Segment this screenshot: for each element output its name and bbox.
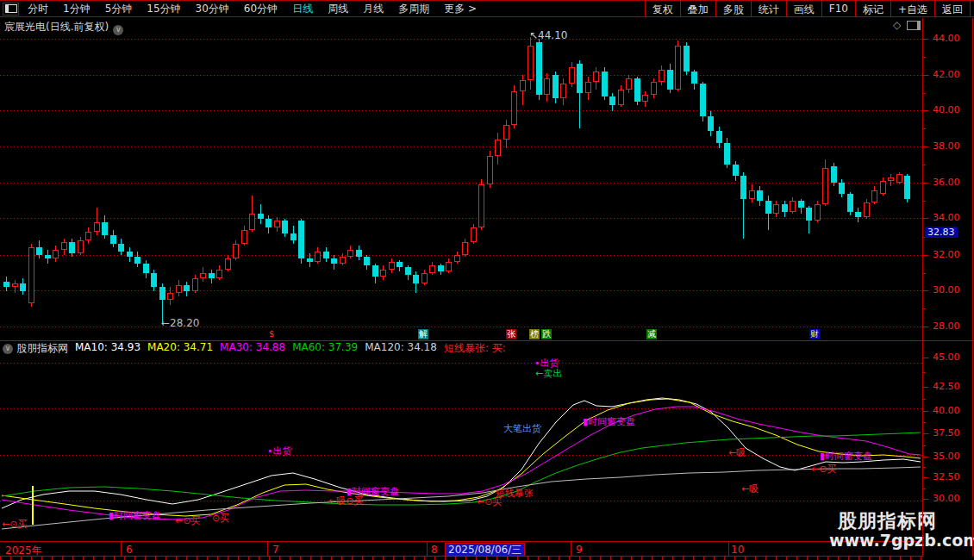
period-item-3[interactable]: 15分钟: [147, 2, 180, 16]
indicator-axis-tick: [923, 499, 928, 500]
chevron-down-icon[interactable]: ∨: [113, 25, 123, 35]
candle: [773, 204, 779, 213]
watermark-url: www.7gpzb.com: [829, 531, 974, 550]
price-axis-minor-tick: [923, 165, 926, 165]
event-badge: 张: [506, 329, 516, 339]
month-label: 6: [126, 544, 133, 556]
candle: [225, 258, 231, 270]
candle: [446, 262, 452, 271]
indicator-axis-label: 32.50: [933, 472, 960, 482]
candle: [102, 222, 108, 235]
indicator-axis-tick: [923, 457, 928, 457]
candle: [511, 91, 517, 126]
indicator-axis-label: 45.00: [933, 352, 960, 362]
candle: [487, 156, 493, 184]
candle: [290, 233, 297, 240]
indicator-axis-minor-tick: [923, 372, 926, 373]
fast-white-line: [2, 398, 921, 508]
candle: [503, 125, 509, 140]
price-axis-tick: [923, 327, 928, 327]
stock-title-text: 宸展光电(日线.前复权): [4, 21, 109, 33]
indicator-annotation: ▮时间窗变盘: [109, 511, 161, 521]
indicator-annotation: ⊙买: [212, 513, 229, 524]
candle: [602, 72, 608, 96]
candle: [659, 70, 665, 83]
candle: [323, 252, 329, 258]
main-gridline: [0, 183, 922, 184]
candle: [839, 183, 845, 194]
indicator-axis-label: 30.00: [933, 494, 960, 503]
period-item-2[interactable]: 5分钟: [105, 2, 133, 16]
candle: [454, 255, 460, 262]
candle: [478, 184, 484, 227]
action-item-4[interactable]: 画线: [786, 1, 821, 16]
candle: [429, 265, 435, 272]
period-item-7[interactable]: 周线: [328, 2, 348, 16]
indicator-axis-label: 35.00: [933, 451, 960, 461]
layout-split-icon[interactable]: [3, 3, 19, 16]
candle: [192, 278, 198, 291]
candle: [438, 265, 444, 271]
month-separator: [571, 542, 571, 556]
indicator-axis-tick: [923, 358, 928, 358]
event-badge: $: [268, 329, 275, 339]
indicator-axis-minor-tick: [923, 445, 926, 446]
candle: [389, 262, 395, 269]
chevron-down-circle-icon[interactable]: ∨: [3, 344, 13, 354]
date-tick-strip: [0, 557, 922, 560]
period-item-4[interactable]: 30分钟: [196, 2, 229, 16]
candle: [634, 78, 640, 102]
action-item-1[interactable]: 叠加: [680, 1, 715, 16]
price-axis-tick: [923, 146, 928, 147]
price-axis-label: 44.00: [933, 34, 960, 43]
period-item-0[interactable]: 分时: [28, 2, 48, 16]
green-line: [2, 432, 921, 505]
ma-value-0: MA10: 34.93: [75, 341, 140, 356]
candle: [249, 214, 255, 230]
yellow-line: [2, 399, 921, 516]
candle: [609, 96, 615, 105]
candle: [618, 90, 624, 106]
action-item-6[interactable]: 标记: [855, 1, 890, 16]
action-item-7[interactable]: +自选: [890, 1, 934, 16]
action-item-3[interactable]: 统计: [751, 1, 786, 16]
price-axis-label: 40.00: [933, 105, 960, 115]
period-item-6[interactable]: 日线: [292, 2, 313, 16]
candle: [716, 131, 722, 144]
action-item-0[interactable]: 复权: [645, 1, 680, 16]
candle: [577, 64, 583, 92]
action-item-8[interactable]: 返回: [934, 1, 971, 16]
indicator-axis-label: 40.00: [933, 406, 960, 415]
indicator-annotation: ←⊙买: [175, 516, 200, 526]
period-item-8[interactable]: 月线: [363, 2, 384, 16]
candle: [94, 222, 100, 231]
candle: [331, 258, 337, 264]
candle: [159, 287, 165, 300]
period-item-5[interactable]: 60分钟: [244, 2, 278, 16]
candle: [864, 202, 870, 217]
period-item-1[interactable]: 1分钟: [63, 2, 91, 16]
candle: [806, 208, 812, 221]
price-axis-label: 34.00: [933, 213, 960, 222]
candle: [593, 72, 599, 83]
price-axis-tick: [923, 255, 928, 256]
ma-value-2: MA30: 34.88: [220, 341, 285, 356]
candle: [896, 174, 902, 183]
action-item-2[interactable]: 多股: [715, 1, 751, 16]
diamond-icon[interactable]: ◇: [893, 19, 901, 31]
period-item-10[interactable]: 更多 >: [444, 2, 477, 16]
period-item-9[interactable]: 多周期: [398, 2, 429, 16]
candle: [364, 257, 370, 265]
indicator-lines: [0, 0, 974, 560]
candle: [298, 221, 304, 258]
candle: [871, 190, 877, 203]
indicator-annotation: ▮时间窗变盘: [583, 417, 635, 427]
month-label: 9: [576, 544, 583, 556]
candle: [569, 67, 575, 84]
candle: [69, 242, 75, 253]
indicator-annotation: ←⊙买: [477, 497, 502, 507]
axis-left-border: [922, 18, 923, 557]
candle: [462, 242, 468, 255]
window-icon[interactable]: [907, 21, 921, 30]
action-item-5[interactable]: F10: [821, 1, 855, 16]
